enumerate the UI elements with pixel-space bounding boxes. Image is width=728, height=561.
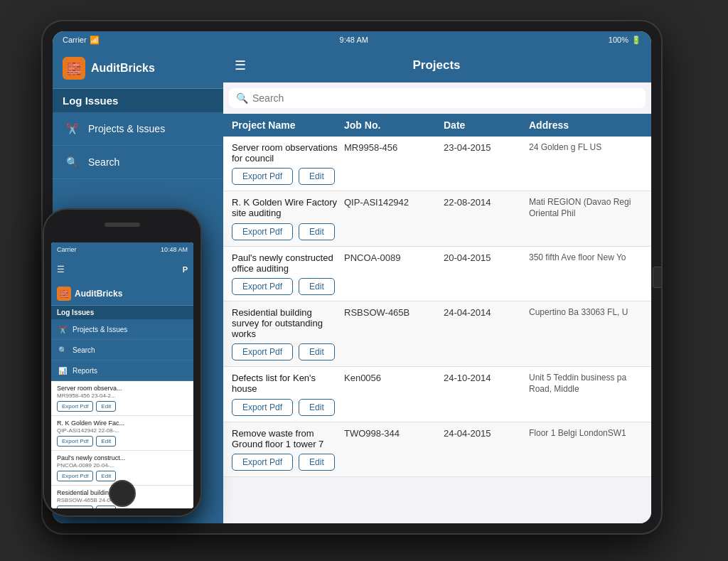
phone-project-actions-0: Export Pdf Edit	[57, 401, 188, 412]
phone-export-0[interactable]: Export Pdf	[57, 401, 93, 412]
battery-icon: 🔋	[631, 36, 641, 45]
projects-icon: ✂️	[63, 119, 81, 138]
table-header: Project Name Job No. Date Address	[223, 114, 651, 137]
edit-button-5[interactable]: Edit	[299, 454, 335, 471]
project-address-1: Mati REGION (Davao Regi Oriental Phil	[529, 197, 643, 219]
phone-brand-name: AuditBricks	[75, 289, 122, 299]
export-pdf-button-1[interactable]: Export Pdf	[232, 223, 293, 240]
header-address: Address	[529, 119, 643, 131]
edit-button-4[interactable]: Edit	[299, 399, 335, 416]
phone-export-2[interactable]: Export Pdf	[57, 471, 93, 481]
phone-project-actions-1: Export Pdf Edit	[57, 436, 188, 447]
edit-button-2[interactable]: Edit	[299, 278, 335, 295]
project-date-4: 24-10-2014	[444, 373, 529, 383]
tablet-status-bar: Carrier 📶 9:48 AM 100% 🔋	[53, 31, 651, 48]
row-data-2: Paul's newly constructed office auditing…	[232, 252, 643, 274]
phone-screen: Carrier 10:48 AM ☰ P 🧱 AuditBricks Log I…	[51, 242, 193, 508]
header-date: Date	[444, 119, 529, 131]
table-row: Remove waste from Ground floor 1 tower 7…	[223, 422, 651, 477]
phone-device: Carrier 10:48 AM ☰ P 🧱 AuditBricks Log I…	[44, 210, 200, 515]
brand-logo-icon: 🧱	[63, 57, 85, 80]
phone-nav-reports-label: Reports	[73, 367, 97, 375]
phone-project-name-0: Server room observa...	[57, 385, 188, 392]
phone-log-issues-header: Log Issues	[51, 306, 193, 319]
export-pdf-button-4[interactable]: Export Pdf	[232, 399, 293, 416]
project-date-3: 24-04-2014	[444, 307, 529, 318]
phone-edit-2[interactable]: Edit	[96, 471, 116, 481]
time-display: 9:48 AM	[340, 36, 368, 44]
search-input[interactable]	[252, 92, 638, 104]
search-icon: 🔍	[63, 153, 81, 171]
phone-edit-1[interactable]: Edit	[96, 436, 116, 447]
phone-topbar: ☰ P	[51, 257, 193, 282]
project-actions-1: Export Pdf Edit	[232, 223, 643, 240]
row-data-3: Residential building survey for outstand…	[232, 307, 643, 339]
phone-nav-projects[interactable]: ✂️ Projects & Issues	[51, 319, 193, 340]
phone-project-meta-0: MR9958-456 23-04-2...	[57, 392, 188, 399]
project-job-0: MR9958-456	[344, 142, 444, 153]
phone-nav-search[interactable]: 🔍 Search	[51, 340, 193, 360]
tablet-main: ☰ Projects 🔍 Project Name Job No. Date A…	[223, 48, 651, 523]
phone-carrier: Carrier	[57, 246, 77, 253]
edit-button-1[interactable]: Edit	[299, 223, 335, 240]
brand-name: AuditBricks	[91, 62, 155, 75]
list-item: R. K Golden Wire Fac... QIP-ASI142942 22…	[51, 416, 193, 451]
projects-list: Server room observations for council MR9…	[223, 137, 651, 523]
row-data-4: Defects list for Ken's house Ken0056 24-…	[232, 373, 643, 395]
phone-nav-reports[interactable]: 📊 Reports	[51, 360, 193, 381]
tablet-home-button[interactable]	[653, 267, 661, 288]
export-pdf-button-3[interactable]: Export Pdf	[232, 343, 293, 360]
tablet-topbar: ☰ Projects	[223, 48, 651, 82]
project-name-1: R. K Golden Wire Factory site auditing	[232, 197, 344, 218]
phone-status-bar: Carrier 10:48 AM	[51, 242, 193, 257]
project-actions-2: Export Pdf Edit	[232, 278, 643, 295]
phone-project-meta-2: PNCOA-0089 20-04-...	[57, 462, 188, 469]
project-job-5: TWO998-344	[344, 428, 444, 439]
export-pdf-button-2[interactable]: Export Pdf	[232, 278, 293, 295]
project-actions-5: Export Pdf Edit	[232, 454, 643, 471]
phone-hamburger-icon[interactable]: ☰	[57, 265, 65, 274]
phone-export-1[interactable]: Export Pdf	[57, 436, 93, 447]
phone-edit-0[interactable]: Edit	[96, 401, 116, 412]
project-date-1: 22-08-2014	[444, 197, 529, 208]
scene: Carrier 📶 9:48 AM 100% 🔋 🧱 A	[0, 0, 728, 561]
search-bar: 🔍	[229, 88, 646, 108]
topbar-title: Projects	[257, 58, 616, 73]
status-right: 100% 🔋	[609, 36, 641, 45]
project-job-1: QIP-ASI142942	[344, 197, 444, 208]
edit-button-3[interactable]: Edit	[299, 343, 335, 360]
phone-project-meta-1: QIP-ASI142942 22-08-...	[57, 427, 188, 434]
sidebar-item-projects-label: Projects & Issues	[88, 123, 165, 134]
sidebar-item-projects[interactable]: ✂️ Projects & Issues	[53, 112, 223, 146]
search-bar-icon: 🔍	[236, 92, 248, 104]
table-row: Server room observations for council MR9…	[223, 137, 651, 191]
phone-search-icon: 🔍	[57, 344, 68, 356]
project-job-3: RSBSOW-465B	[344, 307, 444, 318]
edit-button-0[interactable]: Edit	[299, 168, 335, 185]
wifi-icon: 📶	[90, 36, 100, 45]
table-row: Residential building survey for outstand…	[223, 301, 651, 367]
phone-project-name-2: Paul's newly construct...	[57, 454, 188, 461]
project-name-4: Defects list for Ken's house	[232, 373, 344, 394]
row-data-5: Remove waste from Ground floor 1 tower 7…	[232, 428, 643, 449]
project-name-0: Server room observations for council	[232, 142, 344, 164]
phone-speaker	[105, 223, 140, 227]
project-job-2: PNCOA-0089	[344, 252, 444, 263]
hamburger-icon[interactable]: ☰	[235, 58, 246, 73]
phone-home-button[interactable]	[109, 480, 136, 507]
export-pdf-button-5[interactable]: Export Pdf	[232, 454, 293, 471]
project-actions-4: Export Pdf Edit	[232, 399, 643, 416]
project-date-2: 20-04-2015	[444, 252, 529, 263]
battery-label: 100%	[609, 36, 628, 44]
project-name-2: Paul's newly constructed office auditing	[232, 252, 344, 274]
project-address-5: Floor 1 Belgi LondonSW1	[529, 428, 643, 439]
sidebar-item-search-label: Search	[88, 156, 119, 168]
export-pdf-button-0[interactable]: Export Pdf	[232, 168, 293, 185]
header-job-no: Job No.	[344, 119, 444, 131]
project-address-2: 350 fifth Ave floor New Yo	[529, 252, 643, 264]
phone-reports-icon: 📊	[57, 365, 68, 376]
sidebar-item-search[interactable]: 🔍 Search	[53, 146, 223, 179]
project-address-3: Cupertino Ba 33063 FL, U	[529, 307, 643, 319]
phone-edit-3[interactable]: Edit	[96, 506, 116, 508]
phone-export-3[interactable]: Export Pdf	[57, 506, 93, 508]
